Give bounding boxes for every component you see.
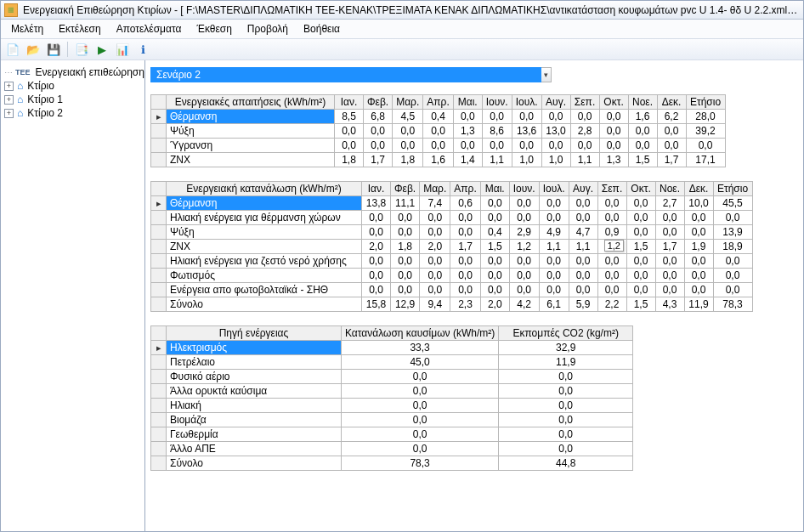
data-cell[interactable]: 0,0	[393, 124, 423, 139]
data-cell[interactable]: 0,0	[512, 139, 541, 153]
data-cell[interactable]: 0,0	[684, 225, 713, 240]
data-cell[interactable]: 0,0	[512, 110, 541, 124]
row-marker[interactable]	[151, 297, 167, 312]
data-cell[interactable]: 6,2	[657, 110, 686, 124]
row-label[interactable]: Άλλο ΑΠΕ	[167, 442, 342, 456]
row-marker[interactable]	[151, 139, 167, 153]
data-cell[interactable]: 0,0	[362, 254, 391, 269]
data-cell[interactable]: 1,7	[655, 240, 684, 254]
data-cell[interactable]: 2,9	[509, 225, 539, 240]
data-cell[interactable]: 39,2	[686, 124, 725, 139]
data-cell[interactable]: 0,0	[391, 225, 420, 240]
data-cell[interactable]: 1,6	[423, 153, 453, 167]
run-button[interactable]: ▶	[93, 41, 110, 58]
data-cell[interactable]: 1,7	[657, 153, 686, 167]
data-cell[interactable]: 13,0	[541, 124, 570, 139]
row-marker[interactable]: ▸	[151, 196, 167, 211]
data-cell[interactable]: 1,5	[628, 153, 657, 167]
data-cell[interactable]: 0,0	[482, 139, 512, 153]
data-cell[interactable]: 0,0	[626, 225, 655, 240]
data-cell[interactable]: 6,8	[364, 110, 393, 124]
data-cell[interactable]: 0,0	[509, 254, 539, 269]
data-cell[interactable]: 0,0	[480, 269, 509, 283]
data-cell[interactable]: 0,0	[539, 269, 569, 283]
data-cell[interactable]: 0,0	[391, 269, 420, 283]
info-button[interactable]: ℹ	[134, 41, 151, 58]
menu-execute[interactable]: Εκτέλεση	[52, 21, 108, 37]
data-cell[interactable]: 0,0	[420, 225, 450, 240]
data-cell[interactable]: 7,4	[420, 196, 450, 211]
data-cell[interactable]: 0,0	[713, 254, 752, 269]
data-cell[interactable]: 0,0	[450, 283, 480, 297]
data-cell[interactable]: 1,1	[569, 240, 597, 254]
data-cell[interactable]: 0,0	[713, 269, 752, 283]
data-cell[interactable]: 1,7	[450, 240, 480, 254]
row-marker[interactable]	[151, 254, 167, 269]
data-cell[interactable]: 0,0	[499, 399, 633, 413]
row-label[interactable]: Ύγρανση	[167, 139, 335, 153]
data-cell[interactable]: 0,0	[509, 283, 539, 297]
menu-report[interactable]: Έκθεση	[190, 21, 238, 37]
data-cell[interactable]: 1,2	[509, 240, 539, 254]
data-cell[interactable]: 0,0	[391, 211, 420, 225]
data-cell[interactable]: 4,5	[393, 110, 423, 124]
scenario-dropdown-button[interactable]: ▾	[541, 67, 552, 82]
data-cell[interactable]: 0,0	[335, 124, 364, 139]
data-cell[interactable]: 1,3	[453, 124, 482, 139]
data-cell[interactable]: 0,0	[420, 211, 450, 225]
data-cell[interactable]: 78,3	[342, 456, 499, 471]
row-marker[interactable]	[151, 427, 167, 442]
data-cell[interactable]: 0,0	[391, 254, 420, 269]
row-label[interactable]: Φυσικό αέριο	[167, 370, 342, 384]
data-cell[interactable]: 2,0	[480, 297, 509, 312]
data-cell[interactable]: 0,0	[626, 196, 655, 211]
tree-root[interactable]: ⋯ TEE Ενεργειακή επιθεώρηση	[4, 65, 141, 79]
data-cell[interactable]: 44,8	[499, 456, 633, 471]
row-marker[interactable]	[151, 124, 167, 139]
data-cell[interactable]: 45,0	[342, 355, 499, 370]
data-cell[interactable]: 0,0	[393, 139, 423, 153]
data-cell[interactable]: 0,0	[541, 139, 570, 153]
data-cell[interactable]: 0,0	[509, 211, 539, 225]
row-marker[interactable]: ▸	[151, 110, 167, 124]
row-marker[interactable]	[151, 399, 167, 413]
data-cell[interactable]: 11,9	[684, 297, 713, 312]
data-cell[interactable]: 0,0	[597, 254, 626, 269]
data-cell[interactable]: 2,0	[420, 240, 450, 254]
row-label[interactable]: ZNX	[167, 240, 362, 254]
data-cell[interactable]: 1,5	[480, 240, 509, 254]
data-cell[interactable]: 5,9	[569, 297, 597, 312]
row-label[interactable]: Ηλιακή ενέργεια για θέρμανση χώρων	[167, 211, 362, 225]
data-cell[interactable]: 10,0	[684, 196, 713, 211]
data-cell[interactable]: 0,0	[713, 283, 752, 297]
row-label[interactable]: Βιομάζα	[167, 413, 342, 427]
data-cell[interactable]: 0,0	[655, 225, 684, 240]
data-cell[interactable]: 0,0	[539, 211, 569, 225]
data-cell[interactable]: 0,0	[364, 124, 393, 139]
data-cell[interactable]: 0,0	[655, 283, 684, 297]
data-cell[interactable]: 0,0	[453, 139, 482, 153]
data-cell[interactable]: 0,0	[342, 442, 499, 456]
row-label[interactable]: Ψύξη	[167, 225, 362, 240]
row-label[interactable]: Ψύξη	[167, 124, 335, 139]
data-cell[interactable]: 1,8	[335, 153, 364, 167]
data-cell[interactable]: 18,9	[713, 240, 752, 254]
row-marker[interactable]	[151, 269, 167, 283]
data-cell[interactable]: 8,5	[335, 110, 364, 124]
menu-results[interactable]: Αποτελέσματα	[110, 21, 189, 37]
data-cell[interactable]: 0,0	[628, 139, 657, 153]
data-cell[interactable]: 0,0	[597, 196, 626, 211]
data-cell[interactable]: 0,0	[362, 283, 391, 297]
data-cell[interactable]: 0,0	[599, 124, 628, 139]
data-cell[interactable]: 0,0	[480, 211, 509, 225]
data-cell[interactable]: 0,4	[480, 225, 509, 240]
data-cell[interactable]: 45,5	[713, 196, 752, 211]
row-marker[interactable]	[151, 413, 167, 427]
data-cell[interactable]: 0,0	[420, 269, 450, 283]
data-cell[interactable]: 0,0	[599, 139, 628, 153]
data-cell[interactable]: 0,0	[450, 254, 480, 269]
data-cell[interactable]: 0,0	[453, 110, 482, 124]
data-cell[interactable]: 0,0	[362, 269, 391, 283]
data-cell[interactable]: 0,0	[626, 254, 655, 269]
data-cell[interactable]: 0,6	[450, 196, 480, 211]
